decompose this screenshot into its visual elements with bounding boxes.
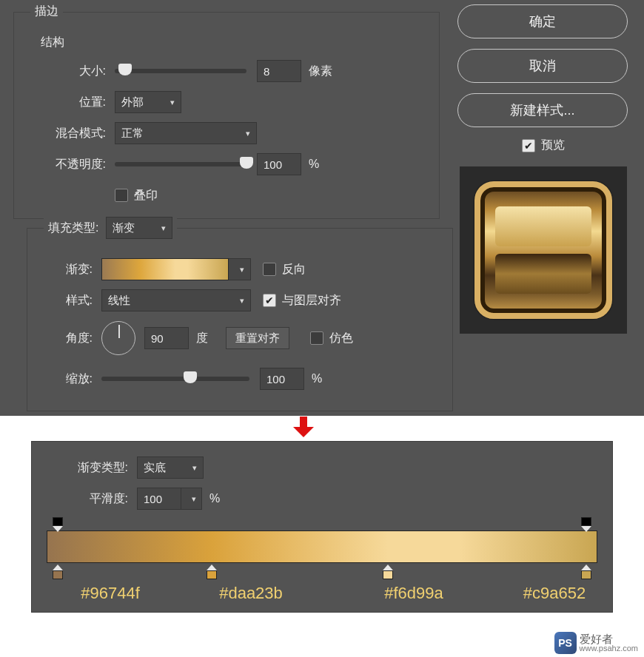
blend-value: 正常 <box>121 127 144 141</box>
grad-type-select[interactable]: 实底 ▾ <box>137 456 204 479</box>
preview-label: 预览 <box>541 138 565 153</box>
opacity-slider[interactable] <box>115 162 246 166</box>
gradient-bar-wrap <box>47 530 597 563</box>
angle-input[interactable]: 90 <box>144 327 189 349</box>
color-stop[interactable] <box>580 565 592 579</box>
reverse-checkbox[interactable] <box>263 263 276 276</box>
align-label: 与图层对齐 <box>282 293 341 309</box>
style-label: 样式: <box>27 293 93 309</box>
grad-type-label: 渐变类型: <box>32 460 128 476</box>
size-slider[interactable] <box>115 69 246 73</box>
position-select[interactable]: 外部 ▾ <box>115 91 181 113</box>
color-stop[interactable] <box>206 565 218 579</box>
arrow-down-icon <box>293 417 314 439</box>
opacity-label: 不透明度: <box>27 157 106 172</box>
new-style-button[interactable]: 新建样式... <box>457 93 628 127</box>
size-slider-thumb[interactable] <box>118 64 132 75</box>
watermark-logo: PS <box>554 632 577 654</box>
stroke-settings: 描边 结构 大小: 8 像素 位置: 外部 ▾ <box>13 1 440 413</box>
opacity-unit: % <box>309 158 319 171</box>
right-controls: 确定 取消 新建样式... ✔ 预览 <box>457 4 629 334</box>
position-label: 位置: <box>27 95 106 110</box>
gradient-label: 渐变: <box>27 262 93 277</box>
size-unit: 像素 <box>309 64 332 79</box>
fill-type-label: 填充类型: <box>48 220 98 236</box>
dither-checkbox[interactable] <box>310 331 323 345</box>
preview-gold-icon <box>474 181 612 319</box>
color-stop-hex: #f6d99a <box>384 584 443 603</box>
blend-label: 混合模式: <box>27 126 106 141</box>
reset-align-button[interactable]: 重置对齐 <box>226 327 289 349</box>
opacity-stop[interactable] <box>580 517 592 532</box>
opacity-input[interactable]: 100 <box>257 153 301 175</box>
gradient-picker-button[interactable]: ▾ <box>229 258 251 280</box>
position-value: 外部 <box>121 95 144 110</box>
structure-title: 结构 <box>36 35 69 50</box>
chevron-down-icon: ▾ <box>240 296 244 306</box>
chevron-down-icon: ▾ <box>170 98 175 107</box>
smooth-label: 平滑度: <box>32 491 128 507</box>
scale-unit: % <box>312 372 322 385</box>
layer-style-panel: 描边 结构 大小: 8 像素 位置: 外部 ▾ <box>0 0 644 416</box>
chevron-down-icon: ▾ <box>192 494 196 504</box>
style-value: 线性 <box>108 294 130 308</box>
reverse-label: 反向 <box>282 262 306 277</box>
smooth-unit: % <box>209 492 220 505</box>
ok-button[interactable]: 确定 <box>457 4 628 38</box>
dither-label: 仿色 <box>329 331 353 346</box>
preview-thumbnail <box>460 166 627 334</box>
preview-checkbox[interactable]: ✔ <box>522 139 535 152</box>
chevron-down-icon: ▾ <box>246 129 250 138</box>
style-select[interactable]: 线性 ▾ <box>101 289 251 311</box>
color-stop-hex: #96744f <box>81 584 140 603</box>
gradient-editor-panel: 渐变类型: 实底 ▾ 平滑度: 100 ▾ % #96744f#daa23b#f… <box>31 441 613 613</box>
size-input[interactable]: 8 <box>257 60 301 82</box>
opacity-slider-thumb[interactable] <box>240 157 253 169</box>
color-stop[interactable] <box>52 565 64 579</box>
color-stop-hex: #c9a652 <box>523 584 586 603</box>
grad-type-value: 实底 <box>144 461 166 475</box>
scale-slider[interactable] <box>101 377 249 381</box>
blend-select[interactable]: 正常 ▾ <box>115 122 257 144</box>
chevron-down-icon: ▾ <box>192 463 197 473</box>
watermark-url: www.psahz.com <box>580 644 638 653</box>
watermark: PS 爱好者 www.psahz.com <box>554 632 638 654</box>
color-stop[interactable] <box>382 565 394 579</box>
gradient-bar[interactable] <box>47 530 597 563</box>
smooth-dropdown[interactable]: ▾ <box>181 488 202 510</box>
color-stop-hex: #daa23b <box>219 584 283 603</box>
smooth-input[interactable]: 100 <box>137 488 181 510</box>
overprint-label: 叠印 <box>134 188 158 203</box>
angle-unit: 度 <box>196 331 208 346</box>
gradient-swatch[interactable] <box>101 258 229 280</box>
overprint-checkbox[interactable] <box>115 189 128 202</box>
scale-label: 缩放: <box>27 371 93 387</box>
cancel-button[interactable]: 取消 <box>457 49 628 83</box>
angle-label: 角度: <box>27 331 93 346</box>
chevron-down-icon: ▾ <box>161 223 166 233</box>
chevron-down-icon: ▾ <box>240 265 244 274</box>
fill-fieldset: 填充类型: 渐变 ▾ 渐变: ▾ 反向 样式: <box>27 228 453 411</box>
fill-type-select[interactable]: 渐变 ▾ <box>106 217 172 239</box>
stroke-title: 描边 <box>30 4 63 19</box>
scale-slider-thumb[interactable] <box>184 371 197 383</box>
align-checkbox[interactable]: ✔ <box>263 294 276 307</box>
size-label: 大小: <box>27 64 106 79</box>
watermark-cn: 爱好者 <box>580 633 638 644</box>
fill-type-value: 渐变 <box>113 221 135 235</box>
opacity-stop[interactable] <box>52 517 64 532</box>
stroke-fieldset: 描边 结构 大小: 8 像素 位置: 外部 ▾ <box>13 12 440 219</box>
scale-input[interactable]: 100 <box>260 368 304 390</box>
angle-dial[interactable] <box>101 321 135 355</box>
